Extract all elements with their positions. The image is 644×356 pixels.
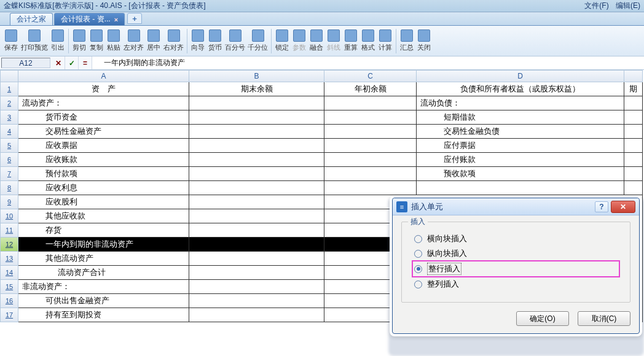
row-header[interactable]: 14 — [0, 266, 18, 280]
formula-confirm-button[interactable]: ✓ — [65, 56, 79, 69]
cell-B[interactable] — [189, 153, 324, 167]
cell-C[interactable] — [324, 167, 417, 181]
cell-D[interactable]: 流动负债： — [417, 96, 624, 110]
table-row[interactable]: 2流动资产：流动负债： — [0, 96, 644, 110]
cut-button[interactable]: 剪切 — [71, 28, 88, 53]
row-header[interactable]: 12 — [0, 238, 18, 252]
cell-A[interactable]: 应收票据 — [18, 139, 189, 153]
row-header[interactable]: 17 — [0, 308, 18, 322]
cell-B[interactable] — [189, 167, 324, 181]
dialog-title-bar[interactable]: ≡ 插入单元 ? ✕ — [393, 198, 639, 215]
recalc-button[interactable]: 重算 — [342, 28, 359, 53]
row-header[interactable]: 6 — [0, 153, 18, 167]
lock-button[interactable]: 锁定 — [273, 28, 291, 53]
row-header[interactable]: 10 — [0, 209, 18, 223]
cell-C[interactable] — [324, 125, 417, 139]
row-header[interactable]: 16 — [0, 294, 18, 308]
cell-D[interactable]: 应付账款 — [417, 153, 624, 167]
cell-B[interactable] — [189, 96, 324, 110]
cell-A[interactable]: 货币资金 — [18, 110, 189, 125]
row-header[interactable]: 1 — [0, 82, 18, 96]
cell-E[interactable] — [624, 181, 643, 195]
cell-B[interactable] — [189, 252, 324, 266]
percent-button[interactable]: 百分号 — [224, 28, 246, 53]
formula-equals-button[interactable]: = — [79, 56, 92, 69]
cell-A[interactable]: 一年内到期的非流动资产 — [18, 238, 189, 252]
cell-A[interactable]: 应收股利 — [18, 195, 189, 209]
wizard-button[interactable]: 向导 — [189, 28, 206, 53]
cell-D[interactable]: 预收款项 — [417, 167, 624, 181]
merge-button[interactable]: 融合 — [308, 28, 325, 53]
row-header[interactable]: 15 — [0, 280, 18, 294]
cell-E[interactable] — [624, 110, 643, 125]
cell-B[interactable] — [189, 223, 324, 238]
align-left-button[interactable]: 左对齐 — [122, 28, 145, 53]
cell-D[interactable]: 应付票据 — [417, 139, 624, 153]
cell-E[interactable] — [624, 139, 643, 153]
row-header[interactable]: 8 — [0, 181, 18, 195]
cell-D[interactable] — [417, 181, 624, 195]
formula-input[interactable] — [92, 56, 644, 69]
select-all-corner[interactable] — [0, 70, 18, 82]
calc-button[interactable]: 计算 — [377, 28, 394, 53]
save-button[interactable]: 保存 — [2, 28, 20, 53]
table-row[interactable]: 8应收利息 — [0, 181, 644, 195]
cell-C[interactable] — [324, 96, 417, 110]
cell-A[interactable]: 其他流动资产 — [18, 252, 189, 266]
table-row[interactable]: 6应收账款应付账款 — [0, 153, 644, 167]
table-row[interactable]: 7预付款项预收款项 — [0, 167, 644, 181]
table-row[interactable]: 5应收票据应付票据 — [0, 139, 644, 153]
table-row[interactable]: 3货币资金短期借款 — [0, 110, 644, 125]
cell-A[interactable]: 流动资产： — [18, 96, 189, 110]
menu-edit[interactable]: 编辑(E) — [616, 1, 640, 10]
cell-A[interactable]: 可供出售金融资产 — [18, 294, 189, 308]
cell-B[interactable]: 期末余额 — [189, 82, 324, 96]
dialog-close-button[interactable]: ✕ — [611, 201, 635, 213]
cell-A[interactable]: 预付款项 — [18, 167, 189, 181]
cell-C[interactable]: 年初余额 — [324, 82, 417, 96]
summary-button[interactable]: 汇总 — [398, 28, 415, 53]
cell-A[interactable]: 交易性金融资产 — [18, 125, 189, 139]
tab-0[interactable]: 会计之家 — [10, 13, 53, 25]
cell-B[interactable] — [189, 308, 324, 322]
thousand-button[interactable]: 千分位 — [246, 28, 269, 53]
cell-A[interactable]: 应收利息 — [18, 181, 189, 195]
col-header-B[interactable]: B — [189, 70, 324, 82]
cell-E[interactable] — [624, 96, 643, 110]
row-header[interactable]: 2 — [0, 96, 18, 110]
cell-E[interactable] — [624, 167, 643, 181]
col-header-E[interactable] — [624, 70, 643, 82]
cell-B[interactable] — [189, 110, 324, 125]
cell-D[interactable]: 交易性金融负债 — [417, 125, 624, 139]
cell-D[interactable]: 负债和所有者权益（或股东权益） — [417, 82, 624, 96]
cell-B[interactable] — [189, 209, 324, 223]
cell-A[interactable]: 流动资产合计 — [18, 266, 189, 280]
col-header-A[interactable]: A — [18, 70, 189, 82]
cell-B[interactable] — [189, 238, 324, 252]
formula-cancel-button[interactable]: ✕ — [52, 56, 65, 69]
menu-file[interactable]: 文件(F) — [584, 1, 608, 10]
col-header-C[interactable]: C — [324, 70, 417, 82]
new-tab-button[interactable]: + — [127, 13, 142, 24]
row-header[interactable]: 5 — [0, 139, 18, 153]
cell-B[interactable] — [189, 280, 324, 294]
cell-A[interactable]: 存货 — [18, 223, 189, 238]
cell-A[interactable]: 非流动资产： — [18, 280, 189, 294]
cell-E[interactable] — [624, 125, 643, 139]
currency-button[interactable]: 货币 — [206, 28, 224, 53]
cell-B[interactable] — [189, 266, 324, 280]
paste-button[interactable]: 粘贴 — [105, 28, 122, 53]
row-header[interactable]: 3 — [0, 110, 18, 125]
align-center-button[interactable]: 居中 — [145, 28, 162, 53]
format-button[interactable]: 格式 — [359, 28, 377, 53]
cell-B[interactable] — [189, 195, 324, 209]
cell-B[interactable] — [189, 181, 324, 195]
cell-A[interactable]: 应收账款 — [18, 153, 189, 167]
export-button[interactable]: 引出 — [49, 28, 66, 53]
copy-button[interactable]: 复制 — [88, 28, 105, 53]
cell-A[interactable]: 资 产 — [18, 82, 189, 96]
row-header[interactable]: 9 — [0, 195, 18, 209]
cell-B[interactable] — [189, 125, 324, 139]
cancel-button[interactable]: 取消(C) — [578, 311, 630, 326]
radio-option-3[interactable]: 整列插入 — [414, 279, 618, 290]
